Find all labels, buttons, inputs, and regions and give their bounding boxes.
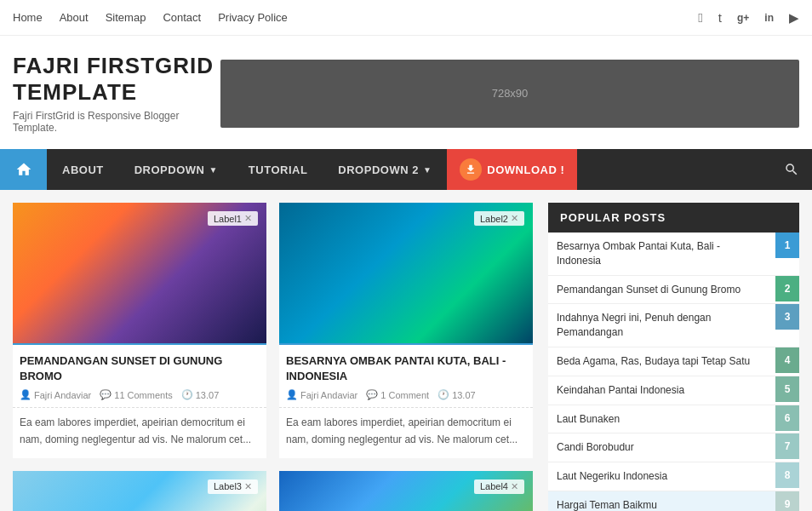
- popular-item-8[interactable]: Laut Negeriku Indonesia 8: [548, 462, 799, 491]
- post-excerpt-2: Ea eam labores imperdiet, apeirian democ…: [279, 408, 533, 457]
- site-header: FAJRI FIRSTGRID TEMPLATE Fajri FirstGrid…: [0, 36, 812, 149]
- popular-item-text-3: Indahnya Negri ini, Penuh dengan Pemanda…: [548, 304, 775, 347]
- post-label-4[interactable]: Label4 ✕: [474, 479, 524, 494]
- nav-dropdown2[interactable]: DROPDOWN 2 ▼: [323, 149, 447, 190]
- popular-posts-list: Besarnya Ombak Pantai Kuta, Bali - Indon…: [548, 233, 799, 511]
- sidebar: POPULAR POSTS Besarnya Ombak Pantai Kuta…: [548, 203, 799, 511]
- popular-item-2[interactable]: Pemandangan Sunset di Gunung Bromo 2: [548, 276, 799, 305]
- popular-posts-title: POPULAR POSTS: [548, 203, 799, 233]
- popular-num-7: 7: [775, 433, 799, 459]
- top-nav-privacy[interactable]: Privacy Police: [218, 11, 288, 24]
- youtube-icon[interactable]: ▶: [789, 10, 799, 26]
- popular-item-1[interactable]: Besarnya Ombak Pantai Kuta, Bali - Indon…: [548, 233, 799, 276]
- popular-num-4: 4: [775, 347, 799, 373]
- post-label-3[interactable]: Label3 ✕: [208, 479, 258, 494]
- post-card-4: Label4 ✕: [279, 471, 533, 511]
- nav-dropdown1[interactable]: DROPDOWN ▼: [119, 149, 233, 190]
- popular-item-7[interactable]: Candi Borobudur 7: [548, 433, 799, 462]
- top-nav-sitemap[interactable]: Sitemap: [106, 11, 146, 24]
- dropdown2-arrow-icon: ▼: [423, 165, 432, 175]
- post-time-2: 🕐 13.07: [437, 389, 476, 400]
- search-button[interactable]: [771, 149, 812, 190]
- popular-item-text-7: Candi Borobudur: [548, 433, 775, 462]
- post-card-3: Label3 ✕: [13, 471, 266, 511]
- post-image-wrap-1: Label1 ✕: [13, 203, 266, 343]
- popular-item-6[interactable]: Laut Bunaken 6: [548, 405, 799, 434]
- top-nav: Home About Sitemap Contact Privacy Polic…: [13, 11, 288, 24]
- popular-num-3: 3: [775, 304, 799, 330]
- download-icon: [460, 158, 482, 181]
- tag-icon-4: ✕: [511, 481, 518, 492]
- nav-about[interactable]: ABOUT: [47, 149, 119, 190]
- popular-item-text-4: Beda Agama, Ras, Budaya tapi Tetap Satu: [548, 347, 775, 376]
- popular-item-4[interactable]: Beda Agama, Ras, Budaya tapi Tetap Satu …: [548, 347, 799, 376]
- post-image-wrap-3: Label3 ✕: [13, 471, 266, 511]
- linkedin-icon[interactable]: in: [764, 12, 774, 24]
- popular-item-9[interactable]: Hargai Teman Baikmu 9: [548, 491, 799, 511]
- content-area: Label1 ✕ PEMANDANGAN SUNSET DI GUNUNG BR…: [0, 190, 812, 511]
- post-comments-1: 💬 11 Comments: [100, 389, 172, 400]
- site-description: Fajri FirstGrid is Responsive Blogger Te…: [13, 110, 220, 134]
- post-label-2[interactable]: Label2 ✕: [474, 211, 524, 226]
- popular-item-5[interactable]: Keindahan Pantai Indonesia 5: [548, 376, 799, 405]
- twitter-icon[interactable]: t: [718, 10, 722, 25]
- post-author-2: 👤 Fajri Andaviar: [286, 389, 357, 400]
- post-author-1: 👤 Fajri Andaviar: [20, 389, 91, 400]
- popular-item-text-5: Keindahan Pantai Indonesia: [548, 376, 775, 405]
- popular-num-9: 9: [775, 491, 799, 511]
- post-time-1: 🕐 13.07: [181, 389, 220, 400]
- site-title: FAJRI FIRSTGRID TEMPLATE: [13, 53, 220, 106]
- popular-item-text-2: Pemandangan Sunset di Gunung Bromo: [548, 276, 775, 304]
- post-image-wrap-2: Label2 ✕: [279, 203, 533, 343]
- post-title-2[interactable]: BESARNYA OMBAK PANTAI KUTA, BALI - INDON…: [279, 343, 533, 389]
- popular-item-3[interactable]: Indahnya Negri ini, Penuh dengan Pemanda…: [548, 304, 799, 347]
- popular-item-text-6: Laut Bunaken: [548, 405, 775, 433]
- nav-download[interactable]: DOWNLOAD !: [447, 149, 577, 190]
- popular-num-5: 5: [775, 376, 799, 402]
- post-meta-2: 👤 Fajri Andaviar 💬 1 Comment 🕐 13.07: [279, 389, 533, 408]
- post-excerpt-1: Ea eam labores imperdiet, apeirian democ…: [13, 408, 266, 457]
- popular-num-6: 6: [775, 405, 799, 431]
- tag-icon-3: ✕: [244, 481, 252, 492]
- nav-home-button[interactable]: [0, 149, 47, 190]
- top-nav-contact[interactable]: Contact: [163, 11, 201, 24]
- post-meta-1: 👤 Fajri Andaviar 💬 11 Comments 🕐 13.07: [13, 389, 266, 408]
- post-label-1[interactable]: Label1 ✕: [208, 211, 258, 226]
- header-left: FAJRI FIRSTGRID TEMPLATE Fajri FirstGrid…: [13, 53, 220, 134]
- social-icons:  t g+ in ▶: [698, 10, 799, 26]
- top-bar: Home About Sitemap Contact Privacy Polic…: [0, 0, 812, 36]
- popular-item-text-8: Laut Negeriku Indonesia: [548, 462, 775, 491]
- facebook-icon[interactable]: : [698, 10, 702, 25]
- main-nav: ABOUT DROPDOWN ▼ TUTORIAL DROPDOWN 2 ▼ D…: [0, 149, 812, 190]
- tag-icon-1: ✕: [244, 213, 252, 224]
- nav-tutorial[interactable]: TUTORIAL: [233, 149, 323, 190]
- popular-item-text-1: Besarnya Ombak Pantai Kuta, Bali - Indon…: [548, 233, 775, 275]
- main-content: Label1 ✕ PEMANDANGAN SUNSET DI GUNUNG BR…: [13, 203, 533, 511]
- tag-icon-2: ✕: [511, 213, 518, 224]
- top-nav-about[interactable]: About: [60, 11, 89, 24]
- post-card-1: Label1 ✕ PEMANDANGAN SUNSET DI GUNUNG BR…: [13, 203, 266, 458]
- popular-item-text-9: Hargai Teman Baikmu: [548, 491, 775, 511]
- popular-num-1: 1: [775, 233, 799, 258]
- ad-banner: 728x90: [220, 60, 799, 128]
- post-comments-2: 💬 1 Comment: [366, 389, 429, 400]
- popular-num-2: 2: [775, 276, 799, 301]
- popular-num-8: 8: [775, 462, 799, 488]
- dropdown1-arrow-icon: ▼: [209, 165, 217, 175]
- post-title-1[interactable]: PEMANDANGAN SUNSET DI GUNUNG BROMO: [13, 343, 266, 389]
- post-card-2: Label2 ✕ BESARNYA OMBAK PANTAI KUTA, BAL…: [279, 203, 533, 458]
- googleplus-icon[interactable]: g+: [737, 12, 749, 24]
- post-image-wrap-4: Label4 ✕: [279, 471, 533, 511]
- top-nav-home[interactable]: Home: [13, 11, 43, 24]
- nav-items: ABOUT DROPDOWN ▼ TUTORIAL DROPDOWN 2 ▼ D…: [47, 149, 771, 190]
